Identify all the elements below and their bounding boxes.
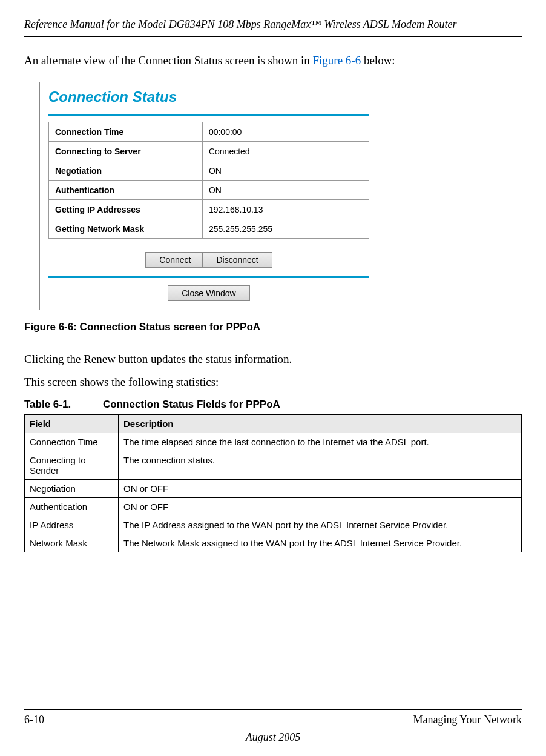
table-row: Authentication ON [49,181,369,200]
field-cell: Network Mask [25,534,119,552]
status-label: Getting IP Addresses [49,200,203,219]
table-row: Authentication ON or OFF [25,498,522,516]
footer-section: Managing Your Network [413,714,522,726]
table-row: Negotiation ON [49,161,369,181]
table-row: Network Mask The Network Mask assigned t… [25,534,522,552]
table-number: Table 6-1. [24,399,103,411]
table-row: Connecting to Sender The connection stat… [25,451,522,480]
footer-row: 6-10 Managing Your Network [24,714,522,726]
field-cell: IP Address [25,516,119,534]
status-value: 255.255.255.255 [202,219,369,239]
table-caption: Table 6-1.Connection Status Fields for P… [24,399,522,411]
status-label: Getting Network Mask [49,219,203,239]
header-description: Description [119,415,522,433]
table-title: Connection Status Fields for PPPoA [103,399,280,410]
table-row: Negotiation ON or OFF [25,480,522,498]
table-row: Connection Time 00:00:00 [49,122,369,142]
status-label: Connection Time [49,122,203,142]
header-field: Field [25,415,119,433]
intro-pre: An alternate view of the Connection Stat… [24,54,312,67]
table-row: Getting IP Addresses 192.168.10.13 [49,200,369,219]
description-table: Field Description Connection Time The ti… [24,414,522,552]
status-value: ON [202,181,369,200]
button-row-close: Close Window [48,285,369,301]
screenshot-rule-bottom [48,276,369,278]
table-row: Connecting to Server Connected [49,142,369,161]
desc-cell: The IP Address assigned to the WAN port … [119,516,522,534]
close-window-button[interactable]: Close Window [168,285,249,301]
screenshot-rule-top [48,114,369,116]
table-row: IP Address The IP Address assigned to th… [25,516,522,534]
status-value: 192.168.10.13 [202,200,369,219]
screenshot-title: Connection Status [48,88,369,105]
status-value: ON [202,161,369,181]
field-cell: Negotiation [25,480,119,498]
status-label: Negotiation [49,161,203,181]
table-row: Getting Network Mask 255.255.255.255 [49,219,369,239]
paragraph-statistics: This screen shows the following statisti… [24,376,522,389]
footer-date: August 2005 [24,731,522,744]
intro-paragraph: An alternate view of the Connection Stat… [24,54,522,67]
status-value: 00:00:00 [202,122,369,142]
figure-caption: Figure 6-6: Connection Status screen for… [24,321,522,333]
connect-button[interactable]: Connect [145,252,205,268]
table-header-row: Field Description [25,415,522,433]
page-header-title: Reference Manual for the Model DG834PN 1… [24,18,522,31]
status-label: Authentication [49,181,203,200]
desc-cell: ON or OFF [119,498,522,516]
desc-cell: The connection status. [119,451,522,480]
field-cell: Connection Time [25,433,119,451]
connection-status-table: Connection Time 00:00:00 Connecting to S… [48,122,369,239]
page-number: 6-10 [24,714,44,726]
button-row: ConnectDisconnect [48,252,369,268]
footer-rule [24,709,522,710]
figure-link[interactable]: Figure 6-6 [312,54,361,67]
status-value: Connected [202,142,369,161]
disconnect-button[interactable]: Disconnect [202,252,272,268]
intro-post: below: [361,54,395,67]
connection-status-screenshot: Connection Status Connection Time 00:00:… [39,82,378,310]
header-rule [24,36,522,37]
field-cell: Connecting to Sender [25,451,119,480]
desc-cell: The time elapsed since the last connecti… [119,433,522,451]
paragraph-renew: Clicking the Renew button updates the st… [24,353,522,366]
field-cell: Authentication [25,498,119,516]
table-row: Connection Time The time elapsed since t… [25,433,522,451]
status-label: Connecting to Server [49,142,203,161]
desc-cell: The Network Mask assigned to the WAN por… [119,534,522,552]
desc-cell: ON or OFF [119,480,522,498]
page-footer: 6-10 Managing Your Network August 2005 [24,709,522,744]
